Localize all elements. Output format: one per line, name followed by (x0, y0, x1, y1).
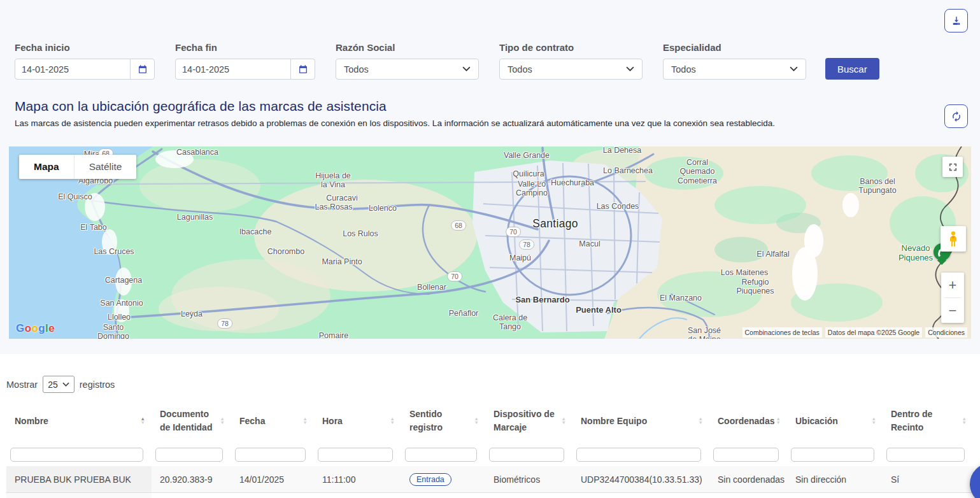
column-filter-input[interactable] (791, 448, 874, 462)
records-section: Mostrar 25 registros Nombre▲▼Documento d… (0, 354, 980, 498)
column-filter-input[interactable] (235, 448, 306, 462)
sort-desc-icon: ▼ (872, 421, 876, 425)
tipo-contrato-group: Tipo de contrato Todos (499, 42, 643, 80)
page-size-bar: Mostrar 25 registros (6, 376, 115, 393)
fecha-fin-label: Fecha fin (175, 42, 315, 53)
fecha-fin-group: Fecha fin (175, 42, 315, 80)
razon-social-label: Razón Social (336, 42, 479, 53)
sort-icons: ▲▼ (699, 417, 703, 425)
filter-cell (787, 448, 883, 462)
zoom-in-button[interactable]: + (941, 273, 964, 297)
map-tab[interactable]: Mapa (19, 155, 74, 179)
table-cell: Entrada (401, 493, 485, 498)
chevron-down-icon (62, 382, 69, 387)
column-header-label: Dispositivo de Marcaje (494, 408, 562, 434)
column-header[interactable]: Dispositivo de Marcaje▲▼ (485, 408, 572, 434)
filter-cell (6, 448, 152, 462)
table-filter-row (6, 443, 974, 466)
tipo-contrato-label: Tipo de contrato (499, 42, 643, 53)
sort-desc-icon: ▼ (141, 421, 145, 425)
google-logo[interactable]: Google (16, 322, 55, 335)
column-filter-input[interactable] (318, 448, 393, 462)
fecha-fin-input[interactable] (176, 59, 290, 79)
table-cell (6, 493, 152, 498)
column-header[interactable]: Ubicación▲▼ (787, 415, 883, 428)
download-button[interactable] (944, 9, 968, 32)
column-header-label: Sentido registro (409, 408, 474, 434)
tipo-contrato-select[interactable]: Todos (499, 59, 643, 80)
especialidad-label: Especialidad (663, 42, 806, 53)
column-filter-input[interactable] (489, 448, 564, 462)
sort-desc-icon: ▼ (776, 421, 781, 425)
fecha-inicio-field (15, 59, 155, 80)
column-header[interactable]: Nombre▲▼ (6, 415, 152, 428)
column-header[interactable]: Fecha▲▼ (231, 415, 314, 428)
map-type-control: Mapa Satélite (19, 155, 136, 179)
column-header[interactable]: Sentido registro▲▼ (401, 408, 485, 434)
column-filter-input[interactable] (155, 448, 223, 462)
calendar-icon[interactable] (291, 59, 315, 79)
refresh-button[interactable] (944, 104, 968, 128)
column-header[interactable]: Hora▲▼ (314, 415, 401, 428)
table-cell (314, 493, 401, 498)
table-cell: Sin dirección (787, 466, 883, 492)
sort-desc-icon: ▼ (699, 421, 703, 425)
column-filter-input[interactable] (10, 448, 143, 462)
sort-icons: ▲▼ (962, 417, 967, 425)
sort-desc-icon: ▼ (962, 421, 967, 425)
pegman-control[interactable] (941, 226, 966, 252)
buscar-button[interactable]: Buscar (825, 58, 879, 80)
satellite-tab[interactable]: Satélite (74, 155, 137, 179)
fecha-inicio-group: Fecha inicio (15, 42, 155, 80)
fecha-inicio-label: Fecha inicio (15, 42, 155, 53)
keyboard-shortcuts-button[interactable]: Combinaciones de teclas (742, 327, 822, 338)
records-label: registros (80, 380, 115, 390)
column-header[interactable]: Nombre Equipo▲▼ (572, 415, 709, 428)
google-map[interactable]: MirasolCasablancaAlgarroboEl QuiscoHijue… (9, 146, 971, 339)
filter-cell (401, 448, 485, 462)
column-filter-input[interactable] (576, 448, 701, 462)
column-header[interactable]: Coordenadas▲▼ (709, 415, 787, 428)
sort-desc-icon: ▼ (562, 421, 566, 425)
sort-desc-icon: ▼ (390, 421, 395, 425)
razon-social-select[interactable]: Todos (336, 59, 479, 80)
sort-icons: ▲▼ (776, 417, 781, 425)
tipo-contrato-value: Todos (508, 64, 532, 75)
razon-social-group: Razón Social Todos (336, 42, 479, 80)
column-filter-input[interactable] (405, 448, 477, 462)
table-cell: 11:11:00 (314, 466, 401, 492)
page-title: Mapa con la ubicación geográfica de las … (15, 99, 893, 114)
chevron-down-icon (626, 66, 634, 72)
column-header-label: Nombre Equipo (581, 415, 647, 428)
table-header-row: Nombre▲▼Documento de Identidad▲▼Fecha▲▼H… (6, 399, 974, 443)
chevron-down-icon (790, 66, 798, 72)
sort-icons: ▲▼ (390, 417, 395, 425)
terms-link[interactable]: Condiciones (925, 327, 967, 338)
filter-cell (485, 448, 572, 462)
calendar-icon[interactable] (131, 59, 154, 79)
table-row: PRUEBA BUK PRUEBA BUK20.920.383-914/01/2… (6, 466, 974, 493)
column-header[interactable]: Documento de Identidad▲▼ (152, 408, 231, 434)
table-cell: Sí (883, 466, 973, 492)
table-cell: Biométricos (485, 466, 572, 492)
fullscreen-button[interactable] (942, 157, 963, 177)
zoom-out-button[interactable]: − (941, 298, 964, 323)
table-cell: UDP3244700384(10.33.51.33) (572, 466, 709, 492)
entrada-badge: Entrada (409, 473, 451, 486)
sort-icons: ▲▼ (474, 417, 479, 425)
column-filter-input[interactable] (886, 448, 965, 462)
table-body: PRUEBA BUK PRUEBA BUK20.920.383-914/01/2… (6, 466, 974, 498)
table-cell: 14/01/2025 (231, 466, 314, 492)
sort-icons: ▲▼ (303, 417, 308, 425)
column-header[interactable]: Dentro de Recinto▲▼ (883, 408, 973, 434)
table-cell (787, 493, 883, 498)
pegman-icon (946, 231, 960, 247)
sort-desc-icon: ▼ (303, 421, 308, 425)
page-size-select[interactable]: 25 (43, 376, 75, 393)
filter-cell (883, 448, 973, 462)
filters-bar: Fecha inicio Fecha fin Razón Social (15, 42, 879, 80)
especialidad-select[interactable]: Todos (663, 59, 806, 80)
column-filter-input[interactable] (713, 448, 779, 462)
sort-icons: ▲▼ (141, 417, 145, 425)
fecha-inicio-input[interactable] (15, 59, 130, 79)
